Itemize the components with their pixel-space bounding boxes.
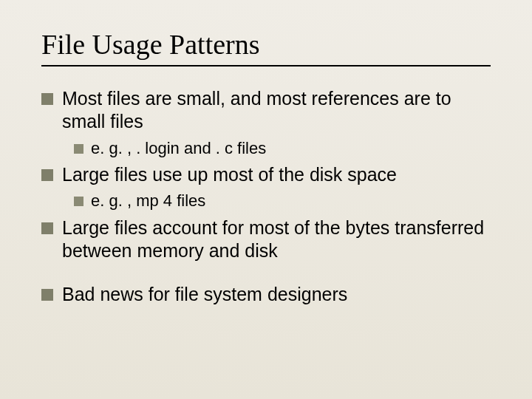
bullet-level1: Most files are small, and most reference… (41, 87, 491, 134)
bullet-text: e. g. , mp 4 files (91, 191, 491, 212)
bullet-text: Large files account for most of the byte… (62, 216, 491, 263)
bullet-text: Large files use up most of the disk spac… (62, 163, 491, 186)
slide: File Usage Patterns Most files are small… (0, 0, 532, 399)
bullet-text: Most files are small, and most reference… (62, 87, 491, 134)
bullet-level2: e. g. , . login and . c files (74, 138, 491, 160)
square-bullet-icon (74, 144, 83, 154)
bullet-text: Bad news for file system designers (62, 283, 491, 306)
square-bullet-icon (41, 222, 53, 234)
square-bullet-icon (41, 289, 53, 301)
slide-title: File Usage Patterns (41, 28, 491, 66)
slide-content: Most files are small, and most reference… (41, 87, 491, 307)
bullet-level1: Large files account for most of the byte… (41, 216, 491, 263)
square-bullet-icon (41, 93, 53, 105)
bullet-level1: Bad news for file system designers (41, 283, 491, 306)
square-bullet-icon (41, 169, 53, 181)
bullet-level1: Large files use up most of the disk spac… (41, 163, 491, 186)
spacer (41, 267, 491, 283)
bullet-text: e. g. , . login and . c files (91, 138, 491, 160)
square-bullet-icon (74, 197, 83, 206)
bullet-level2: e. g. , mp 4 files (74, 191, 491, 212)
